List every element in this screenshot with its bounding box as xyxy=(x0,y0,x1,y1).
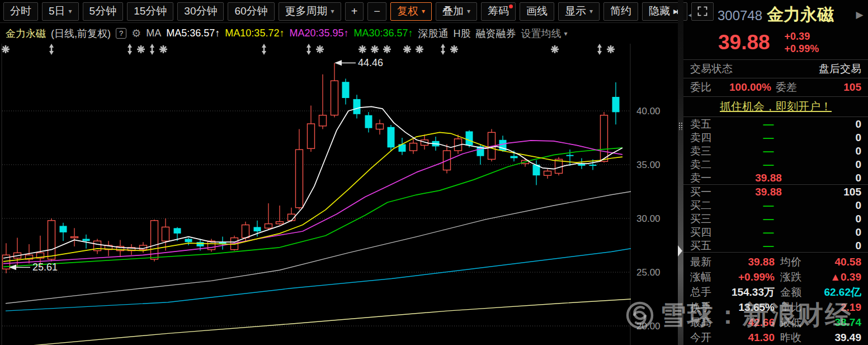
event-star-icon[interactable] xyxy=(607,45,615,53)
svg-text:25.61: 25.61 xyxy=(32,262,58,273)
book-row-卖三[interactable]: 卖三—0 xyxy=(683,144,868,157)
candle-down xyxy=(511,156,518,158)
book-row-买四[interactable]: 买四—0 xyxy=(683,225,868,239)
book-row-买五[interactable]: 买五—0 xyxy=(683,239,868,252)
stat-label: 最高 xyxy=(690,315,720,330)
book-row-卖五[interactable]: 卖五—0 xyxy=(683,117,868,130)
event-updown-icon[interactable] xyxy=(262,44,266,55)
drag-grip-icon xyxy=(678,122,683,130)
event-updown-icon[interactable] xyxy=(150,44,154,55)
low-price-annotation: 25.61 xyxy=(9,262,58,273)
candle-up xyxy=(376,124,384,129)
book-row-买三[interactable]: 买三—0 xyxy=(683,212,868,225)
event-star-icon[interactable] xyxy=(316,45,324,53)
book-level-label: 买五 xyxy=(690,239,723,253)
book-row-卖四[interactable]: 卖四—0 xyxy=(683,130,868,144)
y-axis-label: 25.00 xyxy=(636,267,661,278)
event-star-icon[interactable] xyxy=(450,45,458,53)
chevron-down-icon: ▾ xyxy=(422,7,425,15)
adjust-mode-button[interactable]: 复权 ▾ xyxy=(390,2,432,21)
ma-settings-button[interactable]: 设置均线▾ xyxy=(521,27,568,40)
current-price: 39.88 xyxy=(718,31,770,54)
weicha-label: 委差 xyxy=(776,80,807,95)
period-button-5日[interactable]: 5日▾ xyxy=(42,2,79,21)
collapse-arrow-icon[interactable] xyxy=(678,245,682,257)
period-label: 15分钟 xyxy=(134,4,167,18)
open-account-link[interactable]: 抓住机会，即刻开户！ xyxy=(720,99,832,114)
event-star-icon[interactable] xyxy=(403,45,411,53)
stock-name-label: 金力永磁 xyxy=(6,27,46,40)
event-updown-icon[interactable] xyxy=(441,44,445,55)
book-row-买二[interactable]: 买二—0 xyxy=(683,198,868,212)
event-updown-icon[interactable] xyxy=(128,44,132,55)
help-icon[interactable]: ? xyxy=(116,28,126,39)
display-button[interactable]: 显示 ▾ xyxy=(558,2,600,21)
chart-legend: 金力永磁 (日线,前复权) ? ⚙ MA MA5:36.57↑ MA10:35.… xyxy=(0,23,678,44)
book-level-label: 卖四 xyxy=(690,130,723,145)
book-row-卖二[interactable]: 卖二—0 xyxy=(683,157,868,171)
event-star-icon[interactable] xyxy=(137,45,145,53)
stat-label: 换手 xyxy=(690,300,720,315)
status-value: 盘后交易 xyxy=(819,62,861,76)
period-buttons: 分时5日▾5分钟15分钟30分钟60分钟更多周期▾ xyxy=(3,2,345,21)
candle-down xyxy=(388,127,395,147)
tag-hshares[interactable]: H股 xyxy=(454,27,471,40)
ma-toggle[interactable]: MA xyxy=(146,27,161,39)
candle-down xyxy=(174,228,181,234)
period-button-分时[interactable]: 分时 xyxy=(3,2,38,21)
stat-row-总手: 总手154.33万金额62.62亿 xyxy=(683,285,868,300)
candle-up xyxy=(544,171,551,176)
stat-label: 金额 xyxy=(775,285,807,300)
overlay-button[interactable]: 叠加 ▾ xyxy=(436,2,477,21)
fullscreen-button[interactable] xyxy=(691,2,714,21)
tool-buttons: + − 复权 ▾ 叠加 ▾ 筹码 画线 显示 xyxy=(345,2,718,21)
event-updown-icon[interactable] xyxy=(306,44,311,55)
zoom-in-button[interactable]: + xyxy=(345,2,364,21)
chart-mode-label: (日线,前复权) xyxy=(51,27,111,40)
period-label: 5分钟 xyxy=(89,4,117,18)
event-star-icon[interactable] xyxy=(383,45,391,53)
panel-resize-handle[interactable] xyxy=(678,0,683,345)
book-row-买一[interactable]: 买一39.88105 xyxy=(683,185,868,198)
event-star-icon[interactable] xyxy=(551,45,559,53)
chevron-down-icon: ▾ xyxy=(589,7,593,15)
book-level-volume: 0 xyxy=(814,118,861,130)
chips-button[interactable]: 筹码 xyxy=(481,2,516,21)
gear-icon[interactable]: ⚙ xyxy=(131,27,141,40)
simple-mode-button[interactable]: 简约 xyxy=(603,2,638,21)
book-level-volume: 0 xyxy=(814,213,861,225)
zoom-out-button[interactable]: − xyxy=(367,2,386,21)
price-block: 39.88 +0.39 +0.99% xyxy=(683,26,868,59)
event-star-icon[interactable] xyxy=(416,45,423,53)
event-star-icon[interactable] xyxy=(2,45,10,53)
ma20-value: MA20:35.95↑ xyxy=(289,27,348,39)
period-button-15分钟[interactable]: 15分钟 xyxy=(127,2,173,21)
period-button-5分钟[interactable]: 5分钟 xyxy=(83,2,124,21)
up-arrow-icon: ↑ xyxy=(279,27,284,39)
candle-down xyxy=(342,82,350,98)
display-label: 显示 xyxy=(565,4,586,18)
event-star-icon[interactable] xyxy=(358,45,366,53)
book-level-volume: 105 xyxy=(814,186,861,198)
chevron-down-icon: ▾ xyxy=(564,30,568,38)
book-level-price: — xyxy=(723,118,814,130)
period-label: 5日 xyxy=(49,4,65,18)
next-stock-arrow[interactable]: ▶ xyxy=(851,9,868,21)
period-button-60分钟[interactable]: 60分钟 xyxy=(228,2,274,21)
event-star-icon[interactable] xyxy=(371,45,379,53)
event-updown-icon[interactable] xyxy=(597,44,602,55)
period-button-30分钟[interactable]: 30分钟 xyxy=(177,2,224,21)
stat-label: 昨收 xyxy=(775,330,807,345)
draw-line-button[interactable]: 画线 xyxy=(520,2,554,21)
book-level-volume: 0 xyxy=(814,226,861,239)
book-level-price: — xyxy=(723,226,814,239)
event-star-icon[interactable] xyxy=(159,45,167,53)
book-row-卖一[interactable]: 卖一39.880 xyxy=(683,171,868,184)
tag-margin-trading[interactable]: 融资融券 xyxy=(476,27,516,40)
period-button-更多周期[interactable]: 更多周期▾ xyxy=(279,2,341,21)
event-updown-icon[interactable] xyxy=(49,44,54,55)
candlestick-chart[interactable]: 40.0035.0030.0025.0020.0044.4625.61 xyxy=(0,44,678,345)
tag-shenguttong[interactable]: 深股通 xyxy=(418,27,449,40)
y-axis-label: 30.00 xyxy=(636,213,661,224)
candle-up xyxy=(410,143,417,151)
